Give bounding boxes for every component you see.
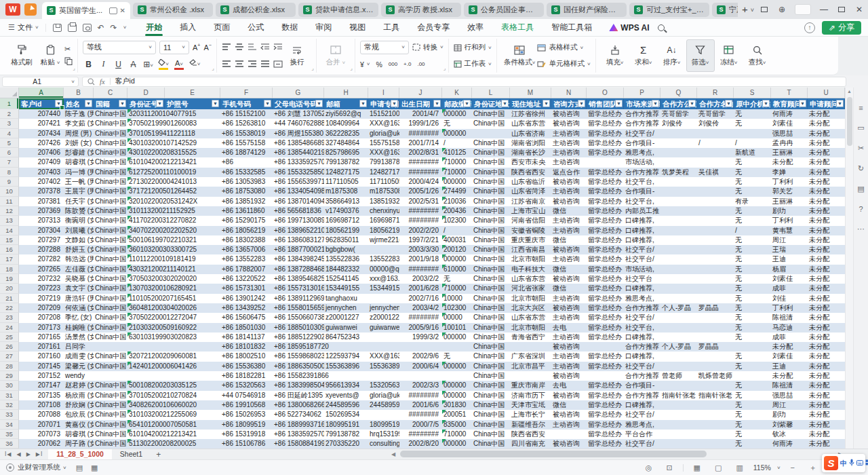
row-number[interactable]: 12 [0,206,19,216]
page-layout-icon[interactable]: ▢ [715,463,722,472]
row-number[interactable]: 17 [0,254,19,264]
cell[interactable]: 主动咨询 [551,157,587,167]
cell[interactable]: 320311200104077915 [127,109,165,119]
cell[interactable]: 207265 [19,265,64,274]
cell[interactable] [368,410,399,419]
cell[interactable] [697,216,734,225]
cell[interactable] [442,342,472,352]
cell[interactable]: +86 13835925706 [273,430,324,439]
cell[interactable]: 北京市朝阳 [510,294,551,303]
row-number[interactable]: 7 [0,157,19,167]
row-number[interactable]: 28 [0,362,19,371]
cell[interactable]: 207208 [19,313,64,322]
cell[interactable]: China中国 [94,177,127,187]
cell[interactable] [399,371,442,381]
cell[interactable]: 留学总经办 [587,177,624,187]
cell[interactable]: +86 15506607386 [273,313,324,322]
cell[interactable] [660,187,697,196]
cell[interactable]: 口碑推荐, [624,284,660,293]
header-cell-D[interactable]: 身份证号▼ [127,98,165,109]
cell[interactable]: China中国 [94,439,127,449]
merge-center-icon[interactable] [273,60,283,68]
cell[interactable]: 胡睿琪 (女 [64,157,94,167]
cell[interactable]: 无 [734,381,771,390]
cell[interactable]: 207288 [19,245,64,254]
cell[interactable]: +86 13340540988 [273,187,324,196]
cell[interactable]: 文静如 (女 [64,235,94,245]
header-cell-S[interactable]: 原中介机构▼ [734,98,771,109]
cell[interactable]: China中国 [472,352,510,361]
cell[interactable]: 被动咨询 [551,109,587,119]
fill-button[interactable]: 填充˅ [601,39,629,72]
wrap-text-button[interactable]: 换行 [283,39,311,72]
cell[interactable]: 刘素佳 [771,352,808,361]
cell[interactable]: 季忆 (女) [64,313,94,322]
cell[interactable]: 胡睿琪 (女 [64,430,94,439]
cell[interactable]: 合作方推荐 [624,303,660,313]
cell[interactable]: +86 18101832 [220,342,273,352]
cell[interactable] [660,254,697,264]
cell[interactable]: +86 13854402198 [273,148,324,157]
row-number[interactable]: 24 [0,323,19,332]
cell[interactable]: 未分配 [808,157,845,167]
cell[interactable]: 留学总经办 [587,197,624,206]
cell[interactable]: 社交平台/ [624,313,660,322]
row-number[interactable]: 33 [0,410,19,419]
cell[interactable]: 合作项目- [624,187,660,196]
cell[interactable]: 207381 [19,197,64,206]
ime-voice-icon[interactable] [849,459,854,468]
cell[interactable]: 2000/7/5 [399,420,442,430]
cell[interactable]: 207378 [19,187,64,196]
cell[interactable]: 陈祖清 [771,313,808,322]
cell[interactable]: 留学总经办 [587,109,624,119]
cell[interactable]: 117110505 [368,177,399,187]
row-number[interactable]: 4 [0,129,19,138]
font-size-select[interactable]: 11˅ [159,41,189,54]
cell[interactable]: +86 565681836 [273,206,324,216]
cell[interactable]: 207165 [19,332,64,342]
cell[interactable] [697,332,734,342]
minimize-button[interactable]: — [815,5,833,14]
cell[interactable] [368,332,399,342]
column-header-A[interactable]: A [19,88,64,98]
cell[interactable]: 王一帆 (男 [64,177,94,187]
row-number[interactable]: 21 [0,294,19,303]
cell[interactable]: / [442,138,472,148]
hscroll-left-icon[interactable]: ◀ [391,451,395,457]
stamp-icon[interactable]: ⊡ [666,463,672,472]
cell[interactable]: China中国 [472,391,510,400]
cell[interactable]: 180995191 [368,420,399,430]
cell[interactable]: 山东省东营 [510,274,551,284]
cell[interactable]: 雅思考点, [624,294,660,303]
cell[interactable]: China中国 [472,294,510,303]
cell[interactable]: 799138782 [324,157,368,167]
cell[interactable]: 丁利利 [771,177,808,187]
cell[interactable]: 去电 [551,381,587,390]
cell[interactable]: 陈子逸 (男 [64,109,94,119]
cell[interactable]: 上海市宝山 [510,206,551,216]
cell[interactable]: 未分配 [808,284,845,293]
cell[interactable]: 000000 [442,254,472,264]
cell[interactable]: +86 13891129694 [273,294,324,303]
cell[interactable]: 有录 [734,197,771,206]
file-tab[interactable]: S英国留学生...✕ [42,2,130,19]
name-box-caret-icon[interactable]: ˅ [71,79,75,85]
cell[interactable]: 610104200212213421 [127,430,165,439]
cell[interactable]: 274499 [442,187,472,196]
cell[interactable]: tanghaoxu [324,294,368,303]
cell[interactable]: 320721200209060081 [127,352,165,361]
cell[interactable]: +86 13839985047 [273,381,324,390]
cell[interactable]: 雅思考点, [624,148,660,157]
cell[interactable]: 32010220020531242X [127,197,165,206]
cell[interactable]: 000000 [442,439,472,449]
cell[interactable]: 无 [734,284,771,293]
column-header-T[interactable]: T [771,88,808,98]
filter-dropdown-button[interactable]: ▼ [119,100,126,107]
cell[interactable]: 罗晶晶 [697,303,734,313]
filter-button-ribbon[interactable]: 筛选˅ [686,39,715,72]
cell[interactable]: 陈歆赟 (女 [64,206,94,216]
cell[interactable]: +86 15533258500 [273,168,324,177]
font-color-button[interactable]: A˅ [173,59,185,70]
borders-button[interactable]: ⊞˅ [142,60,154,69]
file-tab[interactable]: S常州公积金 .xlsx [133,3,213,17]
